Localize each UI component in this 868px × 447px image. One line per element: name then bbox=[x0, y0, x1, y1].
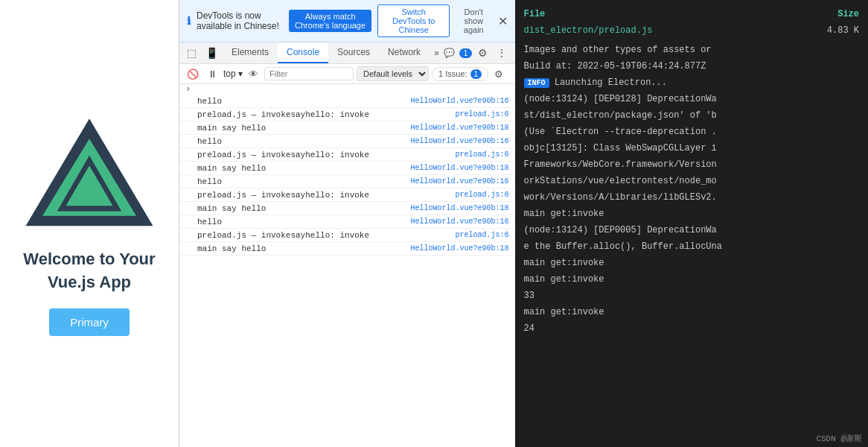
file-size: 4.83 K bbox=[827, 25, 859, 37]
tab-console[interactable]: Console bbox=[278, 42, 328, 63]
console-link[interactable]: HelloWorld.vue?e90b:16 bbox=[410, 218, 508, 226]
terminal-line: e the Buffer.alloc(), Buffer.allocUna bbox=[524, 240, 860, 253]
table-row: main say hello HelloWorld.vue?e90b:18 bbox=[179, 202, 515, 215]
terminal-line: objc[13125]: Class WebSwapCGLLayer i bbox=[524, 142, 860, 155]
filter-input[interactable] bbox=[264, 67, 354, 80]
terminal-line: (Use `Electron --trace-deprecation . bbox=[524, 125, 860, 139]
terminal-line: 33 bbox=[524, 289, 860, 302]
console-link[interactable]: preload.js:6 bbox=[455, 231, 508, 239]
file-column-header: File bbox=[524, 9, 546, 19]
eye-button[interactable]: 👁 bbox=[246, 67, 261, 81]
level-select[interactable]: Default levels bbox=[357, 66, 429, 81]
info-icon: ℹ bbox=[187, 15, 191, 27]
console-text: preload.js — invokesayhello: invoke bbox=[197, 110, 455, 119]
terminal-line: main get:invoke bbox=[524, 207, 860, 221]
issue-badge: 1 Issue: 1 bbox=[432, 67, 488, 81]
table-row: main say hello HelloWorld.vue?e90b:18 bbox=[179, 242, 515, 256]
top-dropdown[interactable]: top ▾ bbox=[223, 69, 243, 79]
top-chevron: ▾ bbox=[238, 69, 243, 79]
terminal-line: st/dist_electron/package.json' of 'b bbox=[524, 109, 860, 122]
vue-logo bbox=[22, 111, 156, 230]
console-link[interactable]: HelloWorld.vue?e90b:18 bbox=[410, 244, 508, 253]
console-text: hello bbox=[197, 218, 410, 226]
terminal-line: (node:13124) [DEP0128] DeprecationWa bbox=[524, 92, 860, 106]
console-link[interactable]: preload.js:6 bbox=[455, 191, 508, 199]
console-link[interactable]: HelloWorld.vue?e90b:16 bbox=[410, 137, 508, 145]
terminal-header: File Size bbox=[524, 9, 860, 19]
console-content: › hello HelloWorld.vue?e90b:16 preload.j… bbox=[179, 84, 515, 447]
table-row: preload.js — invokesayhello: invoke prel… bbox=[179, 148, 515, 162]
console-count-badge: 1 bbox=[459, 48, 473, 58]
expand-icon[interactable]: › bbox=[179, 84, 197, 96]
terminal-line: main get:invoke bbox=[524, 305, 860, 319]
table-row: preload.js — invokesayhello: invoke prel… bbox=[179, 229, 515, 242]
console-text: main say hello bbox=[197, 164, 410, 173]
table-row: hello HelloWorld.vue?e90b:16 bbox=[179, 215, 515, 229]
terminal-line: 24 bbox=[524, 322, 860, 335]
info-badge: INFO bbox=[524, 78, 549, 88]
console-text: hello bbox=[197, 137, 410, 146]
console-link[interactable]: HelloWorld.vue?e90b:16 bbox=[410, 177, 508, 186]
device-icon[interactable]: 📱 bbox=[201, 42, 223, 63]
console-text: main say hello bbox=[197, 204, 410, 213]
table-row: hello HelloWorld.vue?e90b:16 bbox=[179, 135, 515, 148]
table-row: preload.js — invokesayhello: invoke prel… bbox=[179, 188, 515, 202]
more-options-button[interactable]: ⋮ bbox=[494, 44, 510, 62]
devtools-panel: ℹ DevTools is now available in Chinese! … bbox=[179, 0, 515, 447]
terminal-line: work/Versions/A/Libraries/libGLESv2. bbox=[524, 191, 860, 204]
tabs-more-button[interactable]: » bbox=[430, 43, 444, 63]
terminal-line: (node:13124) [DEP0005] DeprecationWa bbox=[524, 224, 860, 237]
console-text: preload.js — invokesayhello: invoke bbox=[197, 191, 455, 200]
info-message: DevTools is now available in Chinese! bbox=[197, 10, 283, 31]
table-row: main say hello HelloWorld.vue?e90b:18 bbox=[179, 162, 515, 175]
table-row: main say hello HelloWorld.vue?e90b:18 bbox=[179, 121, 515, 135]
console-text: preload.js — invokesayhello: invoke bbox=[197, 150, 455, 159]
tab-network[interactable]: Network bbox=[379, 42, 430, 63]
file-row: dist_electron/preload.js 4.83 K bbox=[524, 25, 860, 37]
console-link[interactable]: HelloWorld.vue?e90b:18 bbox=[410, 124, 508, 132]
console-text: hello bbox=[197, 97, 410, 106]
terminal-line: Build at: 2022-05-19T06:44:24.877Z bbox=[524, 60, 860, 73]
top-label: top bbox=[223, 69, 236, 79]
info-bar: ℹ DevTools is now available in Chinese! … bbox=[179, 0, 515, 42]
close-info-button[interactable]: ✕ bbox=[498, 14, 508, 28]
tabs-bar: ⬚ 📱 Elements Console Sources Network » 💬… bbox=[179, 42, 515, 64]
table-row: hello HelloWorld.vue?e90b:16 bbox=[179, 175, 515, 188]
console-toolbar: 🚫 ⏸ top ▾ 👁 Default levels 1 Issue: 1 ⚙ bbox=[179, 64, 515, 84]
issue-count: 1 bbox=[470, 69, 482, 79]
terminal-line: Frameworks/WebCore.framework/Version bbox=[524, 158, 860, 171]
watermark: CSDN @谢斯 bbox=[816, 433, 862, 444]
console-link[interactable]: HelloWorld.vue?e90b:18 bbox=[410, 204, 508, 212]
primary-button[interactable]: Primary bbox=[49, 308, 130, 336]
terminal-info-line: INFO Launching Electron... bbox=[524, 76, 860, 89]
terminal-line: main get:invoke bbox=[524, 273, 860, 286]
console-text: main say hello bbox=[197, 124, 410, 133]
console-text: main say hello bbox=[197, 244, 410, 253]
clear-console-button[interactable]: 🚫 bbox=[184, 67, 202, 81]
welcome-heading: Welcome to Your Vue.js App bbox=[15, 248, 164, 294]
console-link[interactable]: HelloWorld.vue?e90b:18 bbox=[410, 164, 508, 172]
dont-show-button[interactable]: Don't show again bbox=[456, 7, 491, 34]
console-link[interactable]: preload.js:6 bbox=[455, 110, 508, 118]
size-column-header: Size bbox=[837, 9, 859, 19]
console-text: preload.js — invokesayhello: invoke bbox=[197, 231, 455, 240]
info-message: Launching Electron... bbox=[555, 77, 667, 88]
settings-console-button[interactable]: ⚙ bbox=[491, 67, 506, 81]
terminal-panel: File Size dist_electron/preload.js 4.83 … bbox=[515, 0, 869, 447]
console-badge: 💬 1 bbox=[444, 48, 473, 58]
inspect-icon[interactable]: ⬚ bbox=[182, 42, 201, 63]
settings-button[interactable]: ⚙ bbox=[475, 44, 491, 62]
console-link[interactable]: preload.js:6 bbox=[455, 150, 508, 159]
pause-button[interactable]: ⏸ bbox=[205, 67, 220, 81]
match-language-button[interactable]: Always match Chrome's language bbox=[289, 10, 372, 32]
console-link[interactable]: HelloWorld.vue?e90b:16 bbox=[410, 97, 508, 105]
terminal-line: orkStations/vue/electrontest/node_mo bbox=[524, 174, 860, 188]
terminal-line: main get:invoke bbox=[524, 256, 860, 270]
file-name: dist_electron/preload.js bbox=[524, 25, 653, 36]
tab-sources[interactable]: Sources bbox=[328, 42, 379, 63]
tab-elements[interactable]: Elements bbox=[223, 42, 278, 63]
vue-app-panel: Welcome to Your Vue.js App Primary bbox=[0, 0, 179, 447]
switch-devtools-button[interactable]: Switch DevTools to Chinese bbox=[377, 4, 450, 37]
table-row: preload.js — invokesayhello: invoke prel… bbox=[179, 108, 515, 121]
table-row: hello HelloWorld.vue?e90b:16 bbox=[179, 95, 515, 108]
